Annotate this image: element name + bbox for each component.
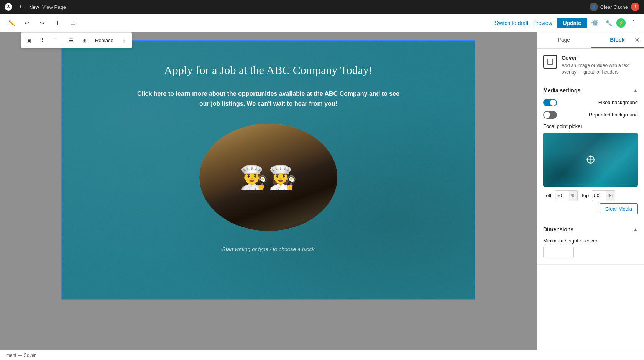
focal-image-box[interactable] xyxy=(543,133,638,187)
more-block-options-button[interactable]: ⋮ xyxy=(118,34,130,46)
cover-content: Apply for a Job at the ABC Company Today… xyxy=(77,64,459,252)
align-button[interactable]: ☰ xyxy=(65,34,77,46)
focal-coords: Left % Top % xyxy=(543,190,638,201)
media-settings-section: Media settings ▲ Fixed background Repeat… xyxy=(537,82,644,221)
new-label: New xyxy=(29,4,39,10)
left-label: Left xyxy=(543,193,552,198)
repeated-bg-label: Repeated background xyxy=(589,112,638,118)
clear-cache-label: Clear Cache xyxy=(600,4,628,10)
replace-button[interactable]: Replace xyxy=(91,34,117,46)
editor-wrapper: Apply for a Job at the ABC Company Today… xyxy=(61,40,475,352)
switch-draft-button[interactable]: Switch to draft xyxy=(495,20,529,26)
info-button[interactable]: ℹ xyxy=(51,16,64,30)
user-avatar: 👤 xyxy=(590,3,598,11)
main-layout: Apply for a Job at the ABC Company Today… xyxy=(0,32,644,360)
right-panel: Page Block ✕ Cover Add an image or video… xyxy=(537,32,644,360)
panel-content: Cover Add an image or video with a text … xyxy=(537,49,644,360)
wp-logo: W xyxy=(5,3,12,11)
undo-button[interactable]: ↩ xyxy=(20,16,34,30)
block-icon xyxy=(543,55,557,69)
block-desc: Add an image or video with a text overla… xyxy=(562,62,638,75)
clear-cache-area: 👤 Clear Cache xyxy=(590,3,628,11)
focal-point-section: Focal point picker Left % Top xyxy=(543,123,638,214)
cover-placeholder[interactable]: Start writing or type / to choose a bloc… xyxy=(77,246,459,252)
notifications-icon[interactable]: ! xyxy=(631,3,639,11)
block-toolbar: ▣ ⠿ ⌃ ☰ ⊞ Replace ⋮ xyxy=(21,32,132,48)
dimensions-chevron: ▲ xyxy=(633,227,638,232)
min-height-input[interactable] xyxy=(544,249,574,255)
fixed-bg-label: Fixed background xyxy=(598,100,638,105)
list-view-button[interactable]: ☰ xyxy=(66,16,80,30)
settings-button[interactable]: ⚙️ xyxy=(589,17,601,29)
cover-image-wrapper xyxy=(77,124,459,231)
panel-close-button[interactable]: ✕ xyxy=(634,36,640,44)
top-label: Top xyxy=(581,193,589,198)
block-info-text: Cover Add an image or video with a text … xyxy=(562,55,638,75)
focal-point-label: Focal point picker xyxy=(543,123,638,129)
dimensions-section: Dimensions ▲ Minimum height of cover px xyxy=(537,221,644,265)
media-settings-chevron: ▲ xyxy=(633,88,638,93)
dimensions-body: Minimum height of cover px xyxy=(537,238,644,264)
add-block-button[interactable]: + xyxy=(15,2,26,12)
plugins-button[interactable]: 🔧 xyxy=(603,17,615,29)
min-height-input-wrapper: px xyxy=(543,247,574,258)
lightning-icon: ⚡ xyxy=(618,20,624,26)
preview-button[interactable]: Preview xyxy=(533,20,552,26)
cover-block[interactable]: Apply for a Job at the ABC Company Today… xyxy=(61,40,475,300)
breadcrumb-text: ment — Cover xyxy=(6,353,36,358)
top-input-wrapper: % xyxy=(592,190,615,201)
view-page-button[interactable]: View Page xyxy=(42,4,66,10)
performance-button[interactable]: ⚡ xyxy=(616,18,626,28)
move-up-down-button[interactable]: ⌃ xyxy=(49,34,61,46)
focal-crosshair[interactable] xyxy=(587,156,595,164)
media-settings-body: Fixed background Repeated background Foc… xyxy=(537,99,644,221)
min-height-input-row: px xyxy=(543,247,638,258)
repeated-bg-toggle[interactable] xyxy=(543,111,557,119)
toolbar-row: ✏️ ↩ ↪ ℹ ☰ Switch to draft Preview Updat… xyxy=(0,14,644,32)
fixed-bg-row: Fixed background xyxy=(543,99,638,106)
canvas-area: Apply for a Job at the ABC Company Today… xyxy=(0,32,537,360)
cover-heading[interactable]: Apply for a Job at the ABC Company Today… xyxy=(77,64,459,77)
block-info: Cover Add an image or video with a text … xyxy=(537,49,644,82)
edit-tool-button[interactable]: ✏️ xyxy=(5,16,18,30)
svg-rect-0 xyxy=(547,59,553,64)
update-button[interactable]: Update xyxy=(557,18,587,28)
clear-media-button[interactable]: Clear Media xyxy=(600,203,638,214)
cover-oval-image xyxy=(199,124,337,231)
inner-blocks-button[interactable]: ⊞ xyxy=(78,34,90,46)
media-settings-label: Media settings xyxy=(543,87,580,93)
panel-tabs: Page Block ✕ xyxy=(537,32,644,49)
min-height-label: Minimum height of cover xyxy=(543,238,638,244)
left-unit: % xyxy=(569,191,578,201)
media-settings-header[interactable]: Media settings ▲ xyxy=(537,82,644,99)
redo-button[interactable]: ↪ xyxy=(35,16,49,30)
block-type-button[interactable]: ▣ xyxy=(23,34,35,46)
block-name: Cover xyxy=(562,55,638,61)
tab-page[interactable]: Page xyxy=(537,32,591,48)
cover-subtext[interactable]: Click here to learn more about the oppor… xyxy=(134,89,402,108)
top-bar: W + New View Page 👤 Clear Cache ! xyxy=(0,0,644,14)
dimensions-label: Dimensions xyxy=(543,226,573,232)
more-options-button[interactable]: ⋮ xyxy=(627,17,639,29)
left-input[interactable] xyxy=(555,193,569,198)
fixed-bg-toggle[interactable] xyxy=(543,99,557,106)
dimensions-header[interactable]: Dimensions ▲ xyxy=(537,221,644,238)
drag-handle-button[interactable]: ⠿ xyxy=(36,34,48,46)
bottom-breadcrumb: ment — Cover xyxy=(0,350,644,360)
top-unit: % xyxy=(606,191,615,201)
toolbar-divider xyxy=(63,36,63,45)
top-input[interactable] xyxy=(592,193,606,198)
repeated-bg-row: Repeated background xyxy=(543,111,638,119)
left-input-wrapper: % xyxy=(555,190,578,201)
